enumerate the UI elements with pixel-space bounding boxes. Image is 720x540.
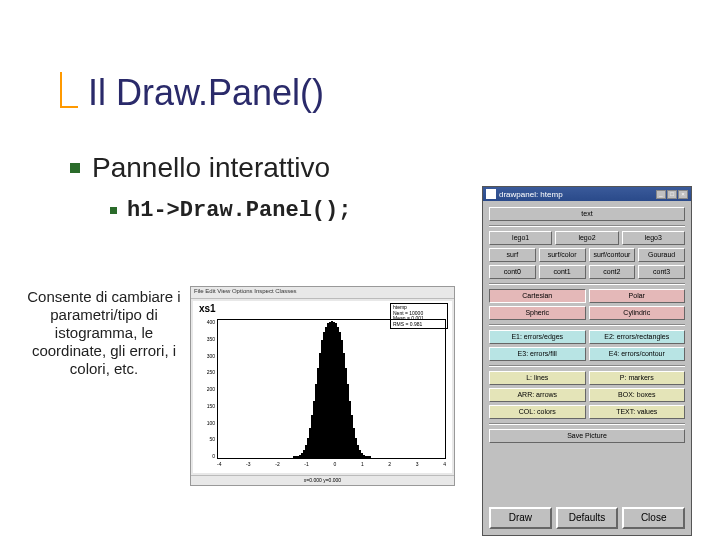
opt-cartesian-button[interactable]: Cartesian <box>489 289 586 303</box>
x-tick: -1 <box>304 461 308 471</box>
x-tick: 2 <box>388 461 391 471</box>
divider <box>489 324 685 326</box>
opt-gouraud-button[interactable]: Gouraud <box>638 248 685 262</box>
opt-lego2-button[interactable]: lego2 <box>555 231 618 245</box>
window-titlebar[interactable]: drawpanel: htemp _ □ × <box>483 187 691 201</box>
opt-e4-button[interactable]: E4: errors/contour <box>589 347 686 361</box>
opt-colors-button[interactable]: COL: colors <box>489 405 586 419</box>
opt-e1-button[interactable]: E1: errors/edges <box>489 330 586 344</box>
minimize-icon[interactable]: _ <box>656 190 666 199</box>
bullet-level-2: h1->Draw.Panel(); <box>110 198 351 223</box>
x-tick: 4 <box>443 461 446 471</box>
panel-body: text lego1 lego2 lego3 surf surf/color s… <box>483 201 691 450</box>
opt-surfcolor-button[interactable]: surf/color <box>539 248 586 262</box>
divider <box>489 423 685 425</box>
opt-lego1-button[interactable]: lego1 <box>489 231 552 245</box>
y-tick: 150 <box>195 403 215 409</box>
y-tick: 350 <box>195 336 215 342</box>
histogram-bars <box>218 320 445 458</box>
opt-text-button[interactable]: text <box>489 207 685 221</box>
app-icon <box>486 189 496 199</box>
x-tick: 0 <box>333 461 336 471</box>
y-tick: 400 <box>195 319 215 325</box>
maximize-icon[interactable]: □ <box>667 190 677 199</box>
root-canvas-window[interactable]: File Edit View Options Inspect Classes x… <box>190 286 455 486</box>
x-ticks: -4-3-2-101234 <box>217 461 446 471</box>
y-tick: 300 <box>195 353 215 359</box>
divider <box>489 225 685 227</box>
bullet-level-1: Pannello interattivo <box>70 152 330 184</box>
draw-button[interactable]: Draw <box>489 507 552 529</box>
defaults-button[interactable]: Defaults <box>556 507 619 529</box>
title-accent <box>60 72 78 108</box>
opt-cont2-button[interactable]: cont2 <box>589 265 636 279</box>
close-button[interactable]: Close <box>622 507 685 529</box>
opt-boxes-button[interactable]: BOX: boxes <box>589 388 686 402</box>
x-tick: -2 <box>275 461 279 471</box>
y-tick: 100 <box>195 420 215 426</box>
description-text: Consente di cambiare i parametri/tipo di… <box>24 288 184 378</box>
histogram-bin <box>369 456 371 458</box>
opt-arrows-button[interactable]: ARR: arrows <box>489 388 586 402</box>
opt-e3-button[interactable]: E3: errors/fill <box>489 347 586 361</box>
x-tick: 1 <box>361 461 364 471</box>
save-picture-button[interactable]: Save Picture <box>489 429 685 443</box>
opt-lines-button[interactable]: L: lines <box>489 371 586 385</box>
opt-lego3-button[interactable]: lego3 <box>622 231 685 245</box>
bullet-square-icon <box>70 163 80 173</box>
y-ticks: 050100150200250300350400 <box>195 319 215 459</box>
page-title: Il Draw.Panel() <box>88 72 324 114</box>
close-icon[interactable]: × <box>678 190 688 199</box>
canvas-area[interactable]: xs1 htemp Nent = 10000 Mean = 0.001 RMS … <box>193 301 452 473</box>
opt-cylindric-button[interactable]: Cylindric <box>589 306 686 320</box>
code-text: h1->Draw.Panel(); <box>127 198 351 223</box>
divider <box>489 283 685 285</box>
bullet-1-text: Pannello interattivo <box>92 152 330 184</box>
opt-surf-button[interactable]: surf <box>489 248 536 262</box>
opt-surfcontour-button[interactable]: surf/contour <box>589 248 636 262</box>
divider <box>489 365 685 367</box>
plot-title: xs1 <box>199 303 216 314</box>
opt-text-values-button[interactable]: TEXT: values <box>589 405 686 419</box>
opt-markers-button[interactable]: P: markers <box>589 371 686 385</box>
opt-cont0-button[interactable]: cont0 <box>489 265 536 279</box>
y-tick: 200 <box>195 386 215 392</box>
canvas-statusbar: x=0.000 y=0.000 <box>191 475 454 485</box>
bullet-square-icon <box>110 207 117 214</box>
window-title: drawpanel: htemp <box>499 190 563 199</box>
opt-e2-button[interactable]: E2: errors/rectangles <box>589 330 686 344</box>
opt-spheric-button[interactable]: Spheric <box>489 306 586 320</box>
x-tick: 3 <box>416 461 419 471</box>
canvas-menubar[interactable]: File Edit View Options Inspect Classes <box>191 287 454 299</box>
y-tick: 50 <box>195 436 215 442</box>
opt-polar-button[interactable]: Polar <box>589 289 686 303</box>
drawpanel-window[interactable]: drawpanel: htemp _ □ × text lego1 lego2 … <box>482 186 692 536</box>
x-tick: -3 <box>246 461 250 471</box>
plot-frame <box>217 319 446 459</box>
y-tick: 250 <box>195 369 215 375</box>
x-tick: -4 <box>217 461 221 471</box>
y-tick: 0 <box>195 453 215 459</box>
opt-cont1-button[interactable]: cont1 <box>539 265 586 279</box>
opt-cont3-button[interactable]: cont3 <box>638 265 685 279</box>
panel-bottom-buttons: Draw Defaults Close <box>489 507 685 529</box>
